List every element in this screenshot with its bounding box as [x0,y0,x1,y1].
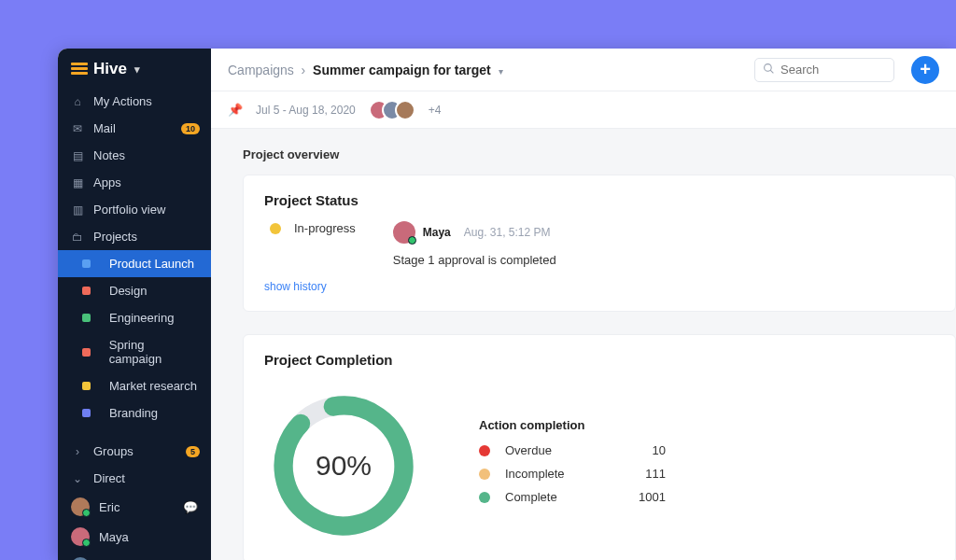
sidebar-item-portfolio[interactable]: ▥ Portfolio view [58,196,211,223]
legend-dot-icon [479,492,490,503]
legend-row-complete: Complete 1001 [479,490,666,504]
sidebar-item-my-actions[interactable]: ⌂ My Actions [58,88,211,115]
updater-name: Maya [423,226,451,239]
legend-row-incomplete: Incomplete 111 [479,467,666,481]
dm-name: Maya [99,530,129,544]
member-avatars[interactable] [369,100,415,120]
unread-icon: 💬 [183,500,198,514]
status-label: In-progress [294,221,356,235]
updated-at: Aug. 31, 5:12 PM [464,226,551,239]
sidebar-item-label: Engineering [109,311,174,325]
app-window: Hive ▾ ⌂ My Actions ✉ Mail 10 ▤ Notes ▦ … [58,49,956,560]
notes-icon: ▤ [71,149,84,162]
legend-dot-icon [479,469,490,480]
donut-percent: 90% [264,386,423,545]
completion-legend: Action completion Overdue 10 Incomplete … [479,418,666,513]
chevron-down-icon: ⌄ [71,472,84,485]
sidebar-item-projects[interactable]: 🗀 Projects [58,223,211,250]
chevron-down-icon[interactable]: ▾ [499,66,503,77]
dm-name: Eric [99,500,120,514]
chevron-right-icon: › [71,445,84,458]
avatar [395,100,415,120]
section-title: Project overview [243,147,956,161]
folder-icon: 🗀 [71,231,84,244]
sidebar-project-design[interactable]: Design [58,277,211,304]
legend-value: 1001 [639,490,666,504]
legend-title: Action completion [479,418,666,432]
dm-jonathan[interactable]: Jonathan 💬 [58,552,211,560]
sidebar-item-label: Groups [93,444,134,458]
legend-label: Complete [505,490,557,504]
topbar: Campaigns › Summer campaign for target ▾… [211,49,956,91]
sidebar-item-notes[interactable]: ▤ Notes [58,142,211,169]
groups-badge: 5 [186,446,200,457]
dm-eric[interactable]: Eric 💬 [58,492,211,522]
svg-point-0 [765,63,772,71]
pin-icon[interactable]: 📌 [228,103,243,117]
sidebar-direct[interactable]: ⌄ Direct [58,465,211,492]
breadcrumb-root[interactable]: Campaigns [228,63,294,77]
svg-line-1 [770,70,773,73]
brand[interactable]: Hive ▾ [58,49,211,88]
project-color-icon [82,287,91,295]
sidebar-project-product-launch[interactable]: Product Launch [58,250,211,277]
sidebar-item-label: Notes [93,148,125,162]
sidebar-item-label: Branding [109,406,158,420]
portfolio-icon: ▥ [71,203,84,217]
breadcrumb[interactable]: Campaigns › Summer campaign for target ▾ [228,63,503,77]
card-title: Project Completion [264,352,935,368]
brand-name: Hive [93,60,127,78]
legend-label: Overdue [505,443,552,457]
sidebar-project-branding[interactable]: Branding [58,399,211,427]
dm-maya[interactable]: Maya [58,522,211,552]
main: Campaigns › Summer campaign for target ▾… [211,49,956,560]
sidebar-item-label: Design [109,284,147,298]
content: Project overview Project Status In-progr… [211,129,956,560]
show-history-link[interactable]: show history [264,280,327,293]
project-color-icon [82,409,91,417]
sidebar-item-mail[interactable]: ✉ Mail 10 [58,115,211,142]
plus-icon: + [920,59,931,80]
project-color-icon [82,259,91,268]
mail-badge: 10 [181,123,200,134]
sidebar-item-label: Product Launch [109,257,194,271]
hive-logo-icon [71,63,88,76]
update-text: Stage 1 approval is completed [393,253,556,267]
search-box[interactable] [754,58,894,82]
sidebar: Hive ▾ ⌂ My Actions ✉ Mail 10 ▤ Notes ▦ … [58,49,211,560]
sidebar-item-label: Market research [109,379,197,393]
home-icon: ⌂ [71,95,84,108]
date-range: Jul 5 - Aug 18, 2020 [256,104,356,117]
more-people[interactable]: +4 [429,104,442,117]
sidebar-item-label: Mail [93,121,116,135]
sidebar-item-label: My Actions [93,94,152,108]
completion-donut: 90% [264,386,423,545]
project-color-icon [82,314,91,322]
sidebar-item-label: Projects [93,230,137,244]
search-input[interactable] [780,63,886,77]
project-color-icon [82,382,91,390]
sidebar-item-label: Apps [93,175,121,189]
mail-icon: ✉ [71,122,84,135]
legend-value: 10 [653,443,666,457]
legend-row-overdue: Overdue 10 [479,443,666,457]
search-icon [763,63,775,77]
breadcrumb-current[interactable]: Summer campaign for target [313,63,491,77]
chevron-down-icon: ▾ [134,63,140,76]
add-button[interactable]: + [911,56,939,84]
legend-value: 111 [645,467,666,481]
sidebar-groups[interactable]: › Groups 5 [58,438,211,465]
sidebar-project-market-research[interactable]: Market research [58,372,211,399]
avatar [71,527,90,546]
sidebar-item-label: Direct [93,471,125,485]
subbar: 📌 Jul 5 - Aug 18, 2020 +4 [211,91,956,129]
sidebar-project-spring-campaign[interactable]: Spring campaign [58,331,211,372]
status-dot-icon [270,223,281,234]
sidebar-project-engineering[interactable]: Engineering [58,304,211,331]
card-title: Project Status [264,192,935,208]
project-status-card: Project Status In-progress Maya Aug. 31,… [243,175,956,312]
legend-dot-icon [479,445,490,456]
sidebar-item-apps[interactable]: ▦ Apps [58,169,211,196]
apps-icon: ▦ [71,176,84,189]
sidebar-item-label: Spring campaign [109,338,198,366]
